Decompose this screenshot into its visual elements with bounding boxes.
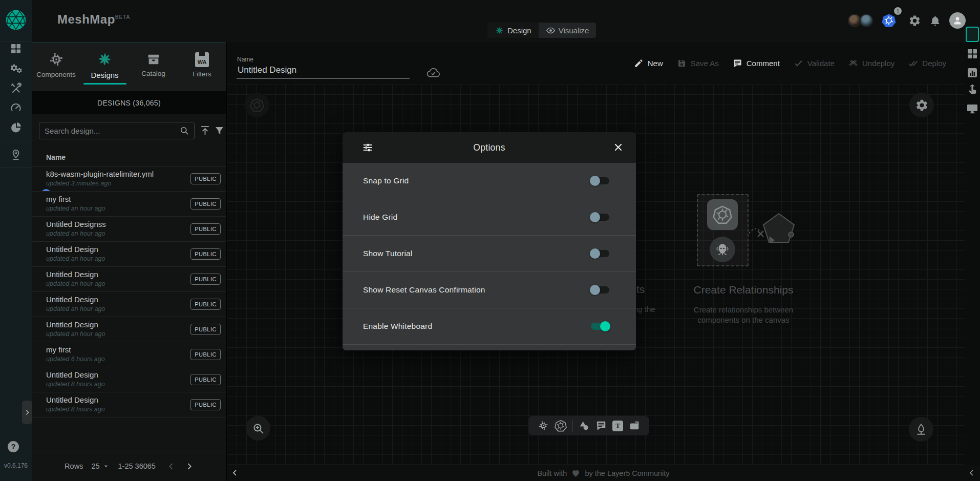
show-tutorial-switch[interactable] [591,250,609,257]
expand-sidebar-button[interactable] [22,401,32,424]
canvas-settings-button[interactable] [909,93,934,117]
lifecycle-gears-icon[interactable] [10,62,23,75]
public-badge: PUBLIC [190,299,221,310]
design-list: k8s-wasm-plugin-ratelimiter.yml updated … [32,166,226,417]
version-label: v0.6.176 [0,462,32,469]
design-updated: updated an hour ago [46,305,105,312]
design-row[interactable]: Untitled Design updated an hour ago PUBL… [32,317,226,342]
new-button[interactable]: New [634,58,663,68]
help-button[interactable]: ? [8,441,19,452]
user-avatar[interactable] [949,12,966,29]
design-updated: updated an hour ago [46,280,105,287]
configuration-tools-icon[interactable] [10,82,22,94]
dashboard-icon[interactable] [10,43,22,55]
undeploy-button[interactable]: Undeploy [848,58,894,68]
design-updated: updated an hour ago [46,205,105,212]
layer5-logo-icon[interactable] [5,9,27,31]
mode-toggle: Design Visualize [487,23,596,38]
collaborator-avatar[interactable] [860,14,873,27]
rows-per-page-select[interactable]: 25 [91,462,110,470]
design-row[interactable]: my first updated an hour ago PUBLIC [32,192,226,217]
public-badge: PUBLIC [190,173,221,184]
enable-whiteboard-switch[interactable] [591,323,609,330]
search-zone [32,114,226,149]
tab-filters[interactable]: WA Filters [178,43,226,91]
active-panel-indicator[interactable] [966,27,979,42]
touch-interaction-icon[interactable] [966,83,978,96]
undeploy-cross-icon [848,58,858,68]
prev-page-button[interactable] [167,462,176,471]
settings-gear-icon[interactable] [908,14,921,27]
design-mode-button[interactable]: Design [487,23,539,38]
tool-media[interactable] [629,420,640,431]
search-input[interactable] [39,127,179,135]
public-badge: PUBLIC [190,198,221,210]
design-row[interactable]: Untitled Design updated an hour ago PUBL… [32,292,226,317]
notifications-bell-icon[interactable] [929,15,941,27]
validate-button[interactable]: Validate [794,58,835,68]
snap-to-grid-switch[interactable] [591,177,609,184]
design-row[interactable]: Untitled Design updated 8 hours ago PUBL… [32,392,226,417]
kubernetes-context-icon[interactable] [882,13,896,28]
search-icon[interactable] [179,126,194,136]
tool-comment[interactable] [595,420,607,431]
comment-button[interactable]: Comment [733,58,780,68]
monitor-panel-icon[interactable] [966,102,978,115]
performance-gauge-icon[interactable] [10,101,22,114]
widgets-panel-icon[interactable] [966,48,978,60]
zoom-button[interactable] [246,416,270,441]
filter-designs-button[interactable] [214,125,225,136]
dialog-title: Options [343,132,636,163]
extensions-pie-icon[interactable] [10,121,22,134]
design-updated: updated 6 hours ago [46,355,105,363]
tool-text[interactable]: T [612,421,623,431]
upload-icon [199,124,211,136]
pump-drop-icon [914,423,928,436]
dialog-header[interactable]: Options [343,132,636,163]
tool-kubernetes[interactable] [555,420,567,432]
deploy-button[interactable]: Deploy [908,58,946,68]
design-name: Untitled Design [46,245,98,254]
show-reset-confirmation-switch[interactable] [591,286,609,294]
app-title: MeshMapBETA [57,12,130,27]
shapes-icon [579,420,590,431]
option-row: Show Tutorial [343,236,636,272]
design-row[interactable]: my first updated 6 hours ago PUBLIC [32,342,226,367]
community-text: by the Layer5 Community [585,469,669,477]
design-updated: updated an hour ago [46,330,105,338]
pagination-bar: Rows 25 1-25 36065 [32,451,226,481]
design-row[interactable]: k8s-wasm-plugin-ratelimiter.yml updated … [32,166,226,192]
design-name: k8s-wasm-plugin-ratelimiter.yml [46,170,154,178]
tab-components[interactable]: Components [32,43,80,91]
save-as-button[interactable]: Save As [677,58,719,68]
list-header: Name [32,149,226,166]
hide-grid-switch[interactable] [591,214,609,221]
comment-icon [733,58,742,68]
close-button[interactable] [613,142,624,153]
tool-shapes[interactable] [579,420,590,431]
relationship-hint-graphic [739,206,803,258]
canvas-toolbar-top: Name New Save As Comment Validate Undepl… [227,42,965,85]
pump-button[interactable] [909,417,933,442]
design-name-input[interactable] [237,64,410,79]
design-row[interactable]: Untitled Designss updated an hour ago PU… [32,217,226,242]
design-row[interactable]: Untitled Design updated an hour ago PUBL… [32,242,226,267]
floppy-icon [677,58,687,68]
public-badge: PUBLIC [190,324,221,335]
tab-designs[interactable]: Designs [80,43,129,91]
design-row[interactable]: Untitled Design updated 8 hours ago PUBL… [32,367,226,392]
canvas-context-button[interactable] [245,93,269,117]
map-pin-icon[interactable] [10,149,22,161]
import-design-button[interactable] [199,124,211,136]
chart-panel-icon[interactable] [966,67,978,79]
comment-icon [595,420,607,431]
tool-component[interactable] [538,420,549,431]
footer-collapse-right-button[interactable] [968,469,976,477]
design-row[interactable]: Untitled Design updated an hour ago PUBL… [32,267,226,292]
tab-catalog[interactable]: Catalog [129,43,178,91]
design-name: Untitled Designss [46,220,106,228]
public-badge: PUBLIC [190,349,221,360]
next-page-button[interactable] [185,462,194,471]
occluded-hint-title-fragment: ts [636,283,645,296]
visualize-mode-button[interactable]: Visualize [539,23,596,38]
